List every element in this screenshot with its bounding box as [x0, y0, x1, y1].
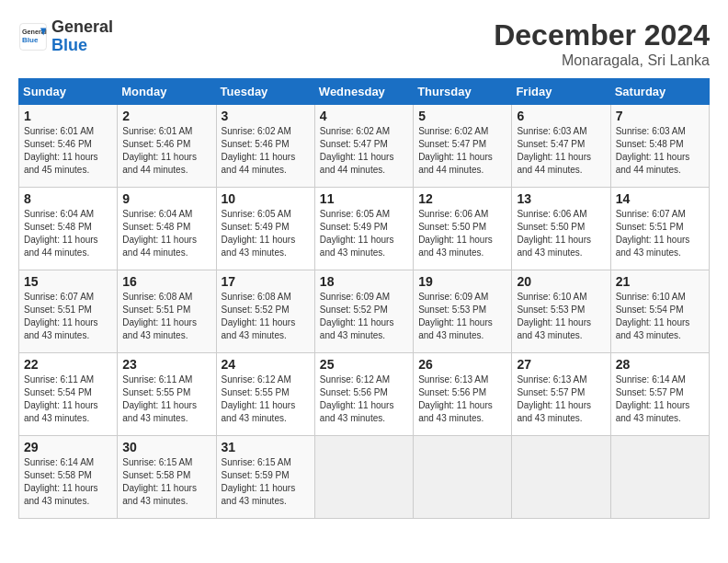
day-number: 12	[418, 191, 506, 206]
calendar-cell: 16 Sunrise: 6:08 AMSunset: 5:51 PMDaylig…	[118, 270, 216, 353]
calendar-cell	[512, 436, 610, 519]
day-number: 3	[222, 109, 310, 123]
day-number: 7	[616, 109, 704, 123]
day-info: Sunrise: 6:14 AMSunset: 5:58 PMDaylight:…	[24, 456, 112, 508]
day-info: Sunrise: 6:11 AMSunset: 5:55 PMDaylight:…	[122, 373, 210, 425]
calendar-cell: 26 Sunrise: 6:13 AMSunset: 5:56 PMDaylig…	[414, 353, 512, 436]
calendar-week-1: 1 Sunrise: 6:01 AMSunset: 5:46 PMDayligh…	[19, 105, 710, 188]
day-info: Sunrise: 6:02 AMSunset: 5:47 PMDaylight:…	[320, 125, 408, 177]
calendar-cell: 10 Sunrise: 6:05 AMSunset: 5:49 PMDaylig…	[216, 188, 314, 270]
day-info: Sunrise: 6:08 AMSunset: 5:51 PMDaylight:…	[122, 291, 210, 342]
weekday-header-wednesday: Wednesday	[314, 79, 413, 105]
calendar-cell: 5 Sunrise: 6:02 AMSunset: 5:47 PMDayligh…	[414, 105, 512, 188]
weekday-header-saturday: Saturday	[610, 79, 709, 105]
weekday-header-thursday: Thursday	[414, 79, 512, 105]
day-info: Sunrise: 6:05 AMSunset: 5:49 PMDaylight:…	[222, 208, 310, 259]
calendar-cell: 28 Sunrise: 6:14 AMSunset: 5:57 PMDaylig…	[610, 353, 709, 436]
day-info: Sunrise: 6:12 AMSunset: 5:55 PMDaylight:…	[222, 373, 310, 425]
day-info: Sunrise: 6:01 AMSunset: 5:46 PMDaylight:…	[24, 125, 112, 177]
day-info: Sunrise: 6:09 AMSunset: 5:53 PMDaylight:…	[418, 291, 506, 342]
day-info: Sunrise: 6:09 AMSunset: 5:52 PMDaylight:…	[320, 291, 408, 342]
day-number: 29	[24, 440, 112, 454]
calendar-cell: 14 Sunrise: 6:07 AMSunset: 5:51 PMDaylig…	[610, 188, 709, 270]
logo: General Blue General Blue	[18, 18, 113, 55]
logo-text: General Blue	[51, 18, 113, 55]
calendar-cell: 11 Sunrise: 6:05 AMSunset: 5:49 PMDaylig…	[314, 188, 413, 270]
day-number: 8	[24, 191, 112, 206]
day-info: Sunrise: 6:06 AMSunset: 5:50 PMDaylight:…	[418, 208, 506, 259]
calendar-cell: 13 Sunrise: 6:06 AMSunset: 5:50 PMDaylig…	[512, 188, 610, 270]
day-info: Sunrise: 6:07 AMSunset: 5:51 PMDaylight:…	[616, 208, 704, 259]
day-info: Sunrise: 6:14 AMSunset: 5:57 PMDaylight:…	[616, 373, 704, 425]
calendar-week-2: 8 Sunrise: 6:04 AMSunset: 5:48 PMDayligh…	[19, 188, 710, 270]
calendar-cell: 20 Sunrise: 6:10 AMSunset: 5:53 PMDaylig…	[512, 270, 610, 353]
day-number: 5	[418, 109, 506, 123]
calendar-cell: 4 Sunrise: 6:02 AMSunset: 5:47 PMDayligh…	[314, 105, 413, 188]
calendar-cell	[610, 436, 709, 519]
calendar-cell: 2 Sunrise: 6:01 AMSunset: 5:46 PMDayligh…	[118, 105, 216, 188]
calendar-cell: 21 Sunrise: 6:10 AMSunset: 5:54 PMDaylig…	[610, 270, 709, 353]
calendar-week-4: 22 Sunrise: 6:11 AMSunset: 5:54 PMDaylig…	[19, 353, 710, 436]
day-number: 15	[24, 274, 112, 289]
weekday-header-friday: Friday	[512, 79, 610, 105]
calendar-cell: 8 Sunrise: 6:04 AMSunset: 5:48 PMDayligh…	[19, 188, 118, 270]
day-info: Sunrise: 6:02 AMSunset: 5:47 PMDaylight:…	[418, 125, 506, 177]
day-info: Sunrise: 6:10 AMSunset: 5:53 PMDaylight:…	[517, 291, 605, 342]
day-number: 18	[320, 274, 408, 289]
logo-icon: General Blue	[18, 22, 48, 52]
day-info: Sunrise: 6:15 AMSunset: 5:59 PMDaylight:…	[222, 456, 310, 508]
day-number: 28	[616, 357, 704, 372]
calendar-cell: 9 Sunrise: 6:04 AMSunset: 5:48 PMDayligh…	[118, 188, 216, 270]
day-number: 24	[222, 357, 310, 372]
day-info: Sunrise: 6:04 AMSunset: 5:48 PMDaylight:…	[24, 208, 112, 259]
calendar-table: SundayMondayTuesdayWednesdayThursdayFrid…	[18, 78, 710, 519]
day-number: 30	[122, 440, 210, 454]
calendar-cell: 30 Sunrise: 6:15 AMSunset: 5:58 PMDaylig…	[118, 436, 216, 519]
month-title: December 2024	[494, 18, 710, 52]
calendar-cell	[314, 436, 413, 519]
calendar-cell: 24 Sunrise: 6:12 AMSunset: 5:55 PMDaylig…	[216, 353, 314, 436]
day-number: 31	[222, 440, 310, 454]
weekday-header-row: SundayMondayTuesdayWednesdayThursdayFrid…	[19, 79, 710, 105]
page-header: General Blue General Blue December 2024 …	[18, 18, 710, 69]
day-number: 6	[517, 109, 605, 123]
day-number: 20	[517, 274, 605, 289]
day-info: Sunrise: 6:15 AMSunset: 5:58 PMDaylight:…	[122, 456, 210, 508]
calendar-week-5: 29 Sunrise: 6:14 AMSunset: 5:58 PMDaylig…	[19, 436, 710, 519]
calendar-cell: 22 Sunrise: 6:11 AMSunset: 5:54 PMDaylig…	[19, 353, 118, 436]
day-number: 16	[122, 274, 210, 289]
calendar-cell: 3 Sunrise: 6:02 AMSunset: 5:46 PMDayligh…	[216, 105, 314, 188]
calendar-cell: 15 Sunrise: 6:07 AMSunset: 5:51 PMDaylig…	[19, 270, 118, 353]
day-number: 21	[616, 274, 704, 289]
day-info: Sunrise: 6:08 AMSunset: 5:52 PMDaylight:…	[222, 291, 310, 342]
svg-text:Blue: Blue	[22, 35, 39, 43]
day-number: 25	[320, 357, 408, 372]
day-info: Sunrise: 6:03 AMSunset: 5:48 PMDaylight:…	[616, 125, 704, 177]
weekday-header-tuesday: Tuesday	[216, 79, 314, 105]
day-number: 2	[122, 109, 210, 123]
day-number: 14	[616, 191, 704, 206]
day-number: 11	[320, 191, 408, 206]
day-info: Sunrise: 6:10 AMSunset: 5:54 PMDaylight:…	[616, 291, 704, 342]
day-number: 10	[222, 191, 310, 206]
day-number: 9	[122, 191, 210, 206]
weekday-header-sunday: Sunday	[19, 79, 118, 105]
day-number: 1	[24, 109, 112, 123]
calendar-cell: 25 Sunrise: 6:12 AMSunset: 5:56 PMDaylig…	[314, 353, 413, 436]
day-info: Sunrise: 6:07 AMSunset: 5:51 PMDaylight:…	[24, 291, 112, 342]
day-number: 17	[222, 274, 310, 289]
day-info: Sunrise: 6:02 AMSunset: 5:46 PMDaylight:…	[222, 125, 310, 177]
weekday-header-monday: Monday	[118, 79, 216, 105]
day-number: 22	[24, 357, 112, 372]
day-number: 4	[320, 109, 408, 123]
calendar-cell: 23 Sunrise: 6:11 AMSunset: 5:55 PMDaylig…	[118, 353, 216, 436]
day-number: 13	[517, 191, 605, 206]
day-number: 19	[418, 274, 506, 289]
title-block: December 2024 Monaragala, Sri Lanka	[494, 18, 710, 69]
day-info: Sunrise: 6:11 AMSunset: 5:54 PMDaylight:…	[24, 373, 112, 425]
calendar-cell: 18 Sunrise: 6:09 AMSunset: 5:52 PMDaylig…	[314, 270, 413, 353]
location: Monaragala, Sri Lanka	[494, 52, 710, 69]
day-info: Sunrise: 6:03 AMSunset: 5:47 PMDaylight:…	[517, 125, 605, 177]
calendar-cell: 6 Sunrise: 6:03 AMSunset: 5:47 PMDayligh…	[512, 105, 610, 188]
calendar-cell: 31 Sunrise: 6:15 AMSunset: 5:59 PMDaylig…	[216, 436, 314, 519]
